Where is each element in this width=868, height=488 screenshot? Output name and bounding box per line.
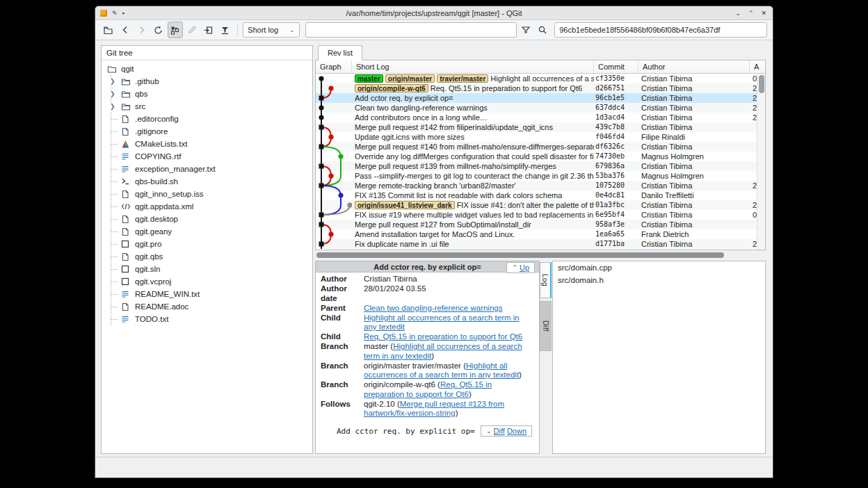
- find-button[interactable]: [535, 22, 550, 38]
- author-date-cell: 29: [750, 181, 757, 190]
- tree-item[interactable]: qgit_inno_setup.iss: [111, 188, 312, 200]
- commit-link[interactable]: Clean two dangling-reference warnings: [364, 304, 502, 312]
- side-tab-log[interactable]: Log: [540, 262, 552, 298]
- author-cell: Cristian Tibirna: [638, 239, 750, 249]
- scrollbar-thumb[interactable]: [759, 75, 764, 93]
- refresh-button[interactable]: [151, 22, 166, 38]
- detail-field-label: Parent: [321, 304, 364, 314]
- rev-list-row[interactable]: FIX #135 Commit list is not readable wit…: [316, 190, 757, 200]
- graph-cell: [316, 171, 352, 181]
- shortlog-cell: FIX #135 Commit list is not readable wit…: [352, 190, 594, 200]
- author-cell: Cristian Tibirna: [638, 83, 750, 93]
- tree-item[interactable]: ❯ qbs: [111, 88, 312, 100]
- rev-list-row[interactable]: Clean two dangling-reference warnings 63…: [316, 103, 757, 113]
- tree-item[interactable]: COPYING.rtf: [111, 150, 312, 163]
- tree-item[interactable]: qgit.geany: [111, 225, 312, 238]
- tree-item[interactable]: qgit.qbs: [111, 250, 312, 263]
- up-link[interactable]: Up: [520, 263, 529, 272]
- side-tab-diff[interactable]: Diff: [540, 301, 552, 351]
- file-list-item[interactable]: src/domain.h: [553, 274, 765, 286]
- author-cell: Frank Dietrich 22: [638, 229, 750, 239]
- down-link[interactable]: Down: [507, 427, 527, 435]
- rev-list-row[interactable]: Merge pull request #142 from filiperinal…: [316, 122, 757, 132]
- rev-list-row[interactable]: Merge remote-tracking branch 'urban82/ma…: [316, 181, 757, 190]
- diff-link[interactable]: Diff: [494, 427, 505, 435]
- commit-cell: 679836a: [594, 161, 638, 171]
- tree-item[interactable]: README_WIN.txt: [111, 288, 312, 300]
- rev-list-row[interactable]: origin/compile-w-qt6Req. Qt5.15 in prepa…: [316, 83, 757, 93]
- tree-item[interactable]: qgit.vcproj: [111, 275, 312, 288]
- file-list-item[interactable]: src/domain.cpp: [553, 261, 765, 274]
- commit-link[interactable]: Req. Qt5.15 in preparation to support fo…: [364, 332, 522, 341]
- tree-view-button[interactable]: [168, 22, 183, 38]
- tree-item[interactable]: qgit.appdata.xml: [111, 200, 312, 213]
- edit-button[interactable]: [184, 22, 200, 38]
- author-cell: Cristian Tibirna 24: [638, 220, 750, 229]
- rev-list-row[interactable]: origin/issue41_listview_darkFIX issue #4…: [316, 200, 757, 210]
- tab-rev-list[interactable]: Rev list: [318, 45, 362, 60]
- rev-list-rows: masterorigin/mastertravier/masterHighlig…: [316, 74, 757, 250]
- rev-list-row[interactable]: Merge pull request #139 from millnet-mah…: [316, 161, 757, 171]
- rev-list-row[interactable]: Update qgit.icns with more sizes f046fd4…: [316, 132, 757, 142]
- expander-chevron-icon[interactable]: ❯: [109, 103, 116, 110]
- scrollbar-thumb[interactable]: [316, 252, 724, 258]
- save-patch-button[interactable]: [217, 22, 232, 38]
- close-button[interactable]: ✕: [761, 10, 766, 17]
- tree-item[interactable]: .gitignore: [111, 125, 312, 138]
- column-header-commit[interactable]: Commit: [594, 60, 638, 73]
- maximize-button[interactable]: ⌃: [748, 10, 754, 17]
- sha-input[interactable]: [554, 22, 767, 38]
- commit-link[interactable]: Highlight all occurrences of a search te…: [364, 314, 520, 332]
- author-cell: Cristian Tibirna 08: [638, 161, 750, 171]
- tree-item[interactable]: qgit.desktop: [111, 213, 312, 225]
- nav-up[interactable]: ⌃ Up: [506, 262, 535, 273]
- log-type-select[interactable]: Short log ⌄: [243, 22, 299, 38]
- graph-cell: [316, 220, 352, 229]
- rev-list-row[interactable]: masterorigin/mastertravier/masterHighlig…: [316, 74, 757, 83]
- rev-list-row[interactable]: Merge pull request #140 from millnet-mah…: [316, 142, 757, 152]
- expander-chevron-icon[interactable]: ❯: [109, 90, 116, 97]
- rev-list-row[interactable]: Amend installation target for MacOS and …: [316, 229, 757, 239]
- tree-item[interactable]: ❯ src: [111, 100, 312, 113]
- rev-list-row[interactable]: Pass --simplify-merges to git log to cou…: [316, 171, 757, 181]
- open-repo-button[interactable]: [101, 22, 116, 38]
- minimize-button[interactable]: ⌄: [735, 10, 741, 17]
- tree-item[interactable]: qgit.pro: [111, 238, 312, 250]
- graph-cell: [316, 152, 352, 161]
- column-header-author[interactable]: Author: [638, 60, 750, 73]
- apply-patch-button[interactable]: [200, 22, 216, 38]
- search-input[interactable]: [305, 22, 517, 38]
- rev-list-row[interactable]: FIX issue #19 where multiple widget valu…: [316, 210, 757, 220]
- tree-item[interactable]: TODO.txt: [111, 313, 312, 325]
- column-header-author-date[interactable]: A: [750, 60, 765, 73]
- commit-detail-title: Add cctor req. by explicit op=: [316, 261, 539, 273]
- back-button[interactable]: [118, 22, 133, 38]
- filter-button[interactable]: [518, 22, 533, 38]
- rev-list-table: Graph Short Log Commit Author A masteror…: [315, 60, 766, 250]
- column-header-shortlog[interactable]: Short Log: [352, 60, 594, 73]
- tree-item[interactable]: exception_manager.txt: [111, 163, 312, 175]
- tree-item-label: README_WIN.txt: [135, 290, 200, 298]
- tree-item[interactable]: CMakeLists.txt: [111, 138, 312, 150]
- tree-item[interactable]: qbs-build.sh: [111, 175, 312, 188]
- rev-list-row[interactable]: Add cctor req. by explicit op= 96cb1e5 C…: [316, 93, 757, 103]
- tree-guide: [111, 294, 118, 295]
- forward-button[interactable]: [134, 22, 150, 38]
- tree-item[interactable]: .editorconfig: [111, 113, 312, 125]
- tree-item[interactable]: qgit.sln: [111, 263, 312, 275]
- shortlog-cell: Fix duplicate name in .ui file: [352, 239, 594, 249]
- graph-cell: [316, 113, 352, 122]
- rev-list-row[interactable]: Add contributors once in a long while… 1…: [316, 113, 757, 122]
- author-cell: Cristian Tibirna: [638, 200, 750, 210]
- column-header-graph[interactable]: Graph: [316, 60, 352, 73]
- rev-list-row[interactable]: Merge pull request #127 from SubOptimal/…: [316, 220, 757, 229]
- tree-item[interactable]: README.adoc: [111, 300, 312, 313]
- rev-list-row[interactable]: Fix duplicate name in .ui file d1771ba C…: [316, 239, 757, 249]
- expander-chevron-icon[interactable]: ❯: [109, 78, 116, 85]
- tree-item[interactable]: qgit: [102, 63, 312, 75]
- tree-item[interactable]: ❯ .github: [111, 75, 312, 88]
- nav-diff-down[interactable]: ⌄ Diff Down: [481, 425, 532, 437]
- rev-list-vertical-scrollbar[interactable]: [757, 74, 765, 250]
- rev-list-horizontal-scrollbar[interactable]: [315, 251, 766, 259]
- rev-list-row[interactable]: Override any log.diffMerges configuratio…: [316, 152, 757, 161]
